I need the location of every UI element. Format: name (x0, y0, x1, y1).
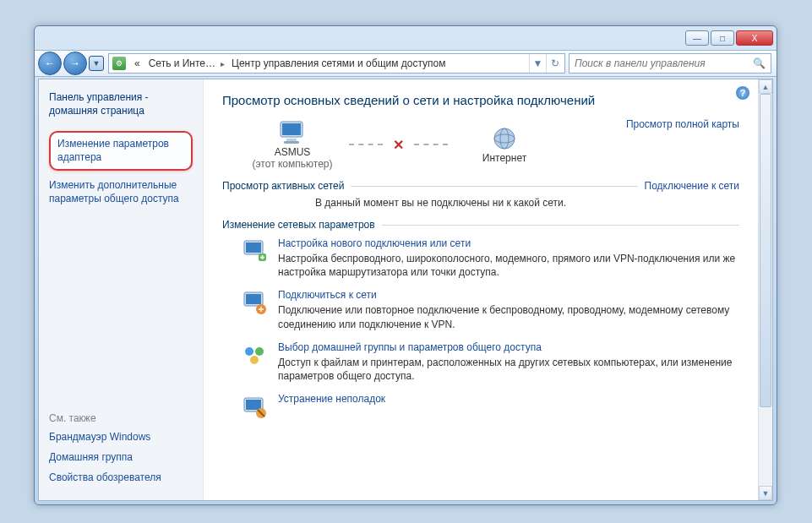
sidebar: Панель управления - домашняя страница Из… (39, 79, 204, 500)
help-icon[interactable]: ? (736, 86, 749, 100)
main-panel: ? Просмотр основных сведений о сети и на… (204, 79, 758, 500)
titlebar: — □ X (35, 26, 777, 50)
control-panel-home-link[interactable]: Панель управления - домашняя страница (49, 91, 193, 117)
control-panel-icon: ⚙ (112, 57, 126, 70)
svg-point-13 (245, 347, 253, 356)
setup-connection-desc: Настройка беспроводного, широкополосного… (278, 252, 739, 279)
search-placeholder: Поиск в панели управления (575, 57, 706, 69)
active-networks-header: Просмотр активных сетей Подключение к се… (222, 180, 739, 192)
maximize-button[interactable]: □ (711, 30, 734, 46)
connect-network-item: Подключиться к сети Подключение или повт… (241, 289, 739, 330)
vertical-scrollbar[interactable]: ▲ ▼ (758, 79, 772, 500)
troubleshoot-link[interactable]: Устранение неполадок (278, 393, 385, 405)
change-adapter-settings-link[interactable]: Изменение параметров адаптера (49, 131, 193, 171)
node-name: ASMUS (275, 146, 311, 158)
homegroup-sharing-desc: Доступ к файлам и принтерам, расположенн… (278, 356, 739, 383)
setup-connection-icon (241, 237, 268, 264)
change-settings-label: Изменение сетевых параметров (222, 219, 375, 231)
setup-connection-item: Настройка нового подключения или сети На… (241, 237, 739, 279)
breadcrumb-chev: « (129, 57, 144, 69)
breadcrumb-sep-icon: ▸ (219, 59, 226, 68)
search-box[interactable]: Поиск в панели управления 🔍 (569, 53, 771, 74)
svg-point-14 (255, 347, 264, 356)
connect-network-icon (241, 289, 268, 316)
scroll-track[interactable] (759, 94, 772, 486)
see-also-header: См. также (49, 412, 193, 424)
svg-rect-8 (246, 242, 261, 253)
search-icon: 🔍 (753, 57, 766, 69)
forward-button[interactable]: → (63, 52, 87, 75)
scroll-thumb[interactable] (760, 94, 771, 407)
svg-rect-11 (246, 294, 261, 304)
back-button[interactable]: ← (38, 52, 62, 75)
homegroup-icon (241, 341, 268, 368)
svg-rect-2 (286, 139, 297, 141)
page-title: Просмотр основных сведений о сети и наст… (222, 93, 739, 107)
svg-point-15 (250, 356, 259, 364)
firewall-link[interactable]: Брандмауэр Windows (49, 431, 193, 443)
homegroup-link[interactable]: Домашняя группа (49, 451, 193, 463)
svg-point-4 (494, 128, 515, 149)
close-button[interactable]: X (736, 30, 773, 46)
address-dropdown[interactable]: ▼ (529, 54, 546, 73)
disconnected-icon: ✕ (393, 137, 404, 153)
connect-network-desc: Подключение или повторное подключение к … (278, 303, 739, 330)
content-area: Панель управления - домашняя страница Из… (38, 79, 773, 501)
node-sub: (этот компьютер) (253, 158, 333, 170)
browser-properties-link[interactable]: Свойства обозревателя (49, 471, 193, 483)
globe-icon (489, 125, 520, 152)
local-computer-node: ASMUS (этот компьютер) (246, 119, 339, 170)
connect-to-network-link[interactable]: Подключение к сети (645, 180, 739, 192)
change-settings-header: Изменение сетевых параметров (222, 219, 739, 231)
troubleshoot-item: Устранение неполадок (241, 393, 739, 420)
svg-rect-1 (282, 123, 301, 135)
scroll-down-button[interactable]: ▼ (759, 486, 772, 500)
address-bar[interactable]: ⚙ « Сеть и Инте… ▸ Центр управления сетя… (108, 53, 565, 74)
no-active-network-text: В данный момент вы не подключены ни к ка… (315, 197, 739, 209)
homegroup-item: Выбор домашней группы и параметров общег… (241, 341, 739, 383)
svg-rect-17 (246, 400, 261, 410)
connection-line (414, 144, 448, 145)
troubleshoot-icon (241, 393, 268, 420)
setup-connection-link[interactable]: Настройка нового подключения или сети (278, 237, 739, 249)
view-full-map-link[interactable]: Просмотр полной карты (626, 118, 739, 130)
connect-network-link[interactable]: Подключиться к сети (278, 289, 739, 301)
scroll-up-button[interactable]: ▲ (759, 79, 772, 94)
homegroup-sharing-link[interactable]: Выбор домашней группы и параметров общег… (278, 341, 739, 353)
window-frame: — □ X ← → ▼ ⚙ « Сеть и Инте… ▸ Центр упр… (34, 25, 777, 505)
computer-icon (277, 119, 308, 146)
internet-node: Интернет (458, 125, 551, 164)
breadcrumb-network[interactable]: Сеть и Инте… (144, 57, 219, 69)
minimize-button[interactable]: — (685, 30, 709, 46)
svg-rect-3 (284, 141, 299, 144)
breadcrumb-current[interactable]: Центр управления сетями и общим доступом (226, 57, 450, 69)
active-networks-label: Просмотр активных сетей (222, 180, 344, 192)
history-dropdown[interactable]: ▼ (89, 56, 104, 71)
connection-line (349, 144, 383, 145)
change-sharing-settings-link[interactable]: Изменить дополнительные параметры общего… (49, 179, 193, 205)
node-name: Интернет (482, 152, 526, 164)
refresh-button[interactable]: ↻ (546, 54, 563, 73)
navigation-toolbar: ← → ▼ ⚙ « Сеть и Инте… ▸ Центр управлени… (35, 50, 777, 77)
